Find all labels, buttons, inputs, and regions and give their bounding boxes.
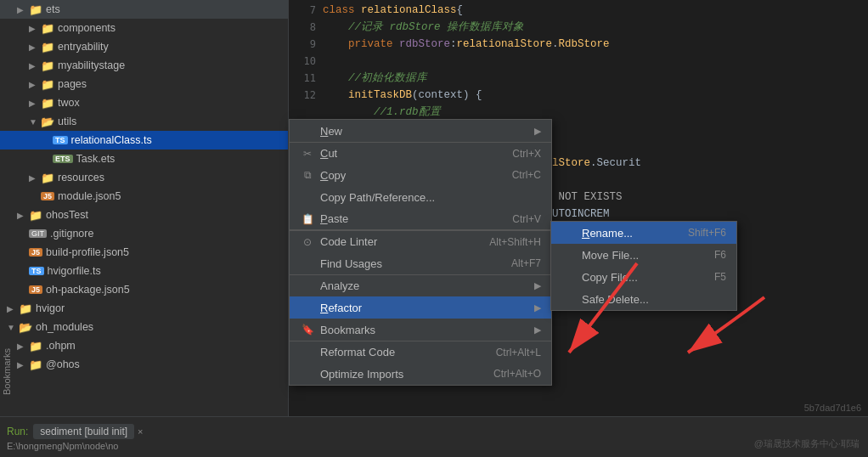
sidebar-item-label: hvigorfile.ts	[48, 265, 101, 277]
git-badge: GIT	[29, 229, 47, 238]
submenu-item-safe-delete[interactable]: Safe Delete...	[551, 288, 736, 310]
folder-icon: 📁	[41, 41, 54, 54]
menu-item-paste[interactable]: 📋 Paste Ctrl+V	[290, 208, 551, 230]
menu-item-copy-path-label: Copy Path/Reference...	[320, 191, 541, 204]
sidebar-item-oh-modules[interactable]: ▼ 📂 oh_modules	[0, 318, 288, 336]
menu-item-code-linter[interactable]: ⊙ Code Linter Alt+Shift+H	[290, 230, 551, 252]
sidebar-item-label: entryability	[58, 41, 109, 53]
sidebar-item-label: utils	[58, 116, 76, 127]
bookmarks-label: Bookmarks	[2, 348, 12, 395]
sidebar-item-hvigorfile[interactable]: TS hvigorfile.ts	[0, 262, 288, 280]
sidebar-item-build-profile[interactable]: J5 build-profile.json5	[0, 243, 288, 262]
run-close-button[interactable]: ×	[138, 426, 143, 437]
sidebar-item-relationalclass[interactable]: TS relationalClass.ts	[0, 131, 288, 150]
context-menu: New ▶ ✂ Cut Ctrl+X ⧉ Copy Ctrl+C Copy Pa…	[289, 119, 552, 386]
folder-icon: 📁	[41, 22, 54, 35]
folder-open-icon: 📂	[41, 116, 54, 128]
folder-icon: 📁	[29, 209, 42, 222]
folder-icon: 📁	[41, 59, 54, 72]
sidebar-item-oh-package[interactable]: J5 oh-package.json5	[0, 280, 288, 299]
menu-item-find-usages[interactable]: Find Usages Alt+F7	[290, 252, 551, 274]
sidebar-item-label: relationalClass.ts	[71, 134, 152, 146]
folder-open-icon: 📂	[19, 321, 32, 334]
sidebar-item-label: .ohpm	[46, 340, 76, 352]
chevron-down-icon: ▼	[29, 117, 41, 127]
chevron-right-icon: ▶	[29, 24, 41, 33]
ts-badge: TS	[29, 267, 44, 275]
sidebar-item-gitignore[interactable]: GIT .gitignore	[0, 224, 288, 243]
chevron-down-icon: ▼	[7, 323, 19, 332]
sidebar-item-label: ets	[46, 3, 60, 15]
sidebar-item-label: twox	[58, 97, 80, 109]
code-line	[323, 53, 868, 70]
code-linter-icon: ⊙	[300, 236, 315, 248]
sidebar-item-resources[interactable]: ▶ 📁 resources	[0, 168, 288, 187]
folder-icon: 📁	[29, 340, 42, 353]
sidebar-item-label: oh-package.json5	[46, 284, 130, 296]
copy-icon: ⧉	[300, 169, 315, 181]
sidebar-item-ohos[interactable]: ▶ 📁 @ohos	[0, 355, 288, 374]
submenu-arrow-icon: ▶	[534, 280, 541, 291]
sidebar-item-label: components	[58, 22, 116, 34]
submenu-item-safe-delete-label: Safe Delete...	[582, 293, 718, 306]
chevron-right-icon: ▶	[29, 99, 41, 108]
json-badge: J5	[29, 248, 42, 257]
submenu-item-copy-file[interactable]: Copy File... F5	[551, 266, 736, 288]
menu-item-find-usages-shortcut: Alt+F7	[511, 257, 541, 269]
bottom-bar: Run: sediment [build init] × E:\hongmeng…	[0, 416, 868, 457]
chevron-right-icon: ▶	[17, 341, 29, 351]
menu-item-cut[interactable]: ✂ Cut Ctrl+X	[290, 142, 551, 164]
submenu-item-rename[interactable]: Rename... Shift+F6	[551, 222, 736, 244]
sidebar-item-ohpm[interactable]: ▶ 📁 .ohpm	[0, 336, 288, 355]
sidebar-item-pages[interactable]: ▶ 📁 pages	[0, 75, 288, 93]
sidebar-item-entryability[interactable]: ▶ 📁 entryability	[0, 37, 288, 56]
code-line: initTaskDB(context) {	[323, 87, 868, 104]
run-label: Run:	[7, 426, 28, 437]
sidebar-item-hvigor[interactable]: ▶ 📁 hvigor	[0, 299, 288, 318]
chevron-right-icon: ▶	[17, 360, 29, 370]
ets-badge: ETS	[53, 155, 73, 163]
sidebar-item-label: Task.ets	[76, 153, 116, 165]
sidebar-item-twox[interactable]: ▶ 📁 twox	[0, 93, 288, 112]
chevron-right-icon: ▶	[17, 211, 29, 220]
menu-item-new[interactable]: New ▶	[290, 120, 551, 142]
submenu-item-rename-shortcut: Shift+F6	[688, 227, 726, 239]
submenu-item-copy-file-shortcut: F5	[714, 271, 726, 283]
bookmarks-side-label: Bookmarks	[0, 338, 14, 406]
sidebar-item-label: pages	[58, 78, 87, 90]
folder-icon: 📁	[41, 172, 54, 184]
sidebar-item-label: .gitignore	[50, 228, 93, 240]
menu-item-copy[interactable]: ⧉ Copy Ctrl+C	[290, 164, 551, 186]
sidebar-item-ohostest[interactable]: ▶ 📁 ohosTest	[0, 206, 288, 224]
code-line: //记录 rdbStore 操作数据库对象	[323, 19, 868, 36]
code-line: class relationalClass{	[323, 2, 868, 19]
menu-item-code-linter-label: Code Linter	[320, 235, 481, 248]
menu-item-cut-shortcut: Ctrl+X	[512, 148, 541, 160]
menu-item-copy-path[interactable]: Copy Path/Reference...	[290, 186, 551, 208]
bookmarks-icon: 🔖	[300, 324, 315, 336]
run-path: E:\hongmengNpm\node\no	[7, 441, 861, 451]
menu-item-reformat[interactable]: Reformat Code Ctrl+Alt+L	[290, 341, 551, 363]
menu-item-refactor[interactable]: Refactor ▶	[290, 296, 551, 319]
submenu-item-move-file[interactable]: Move File... F6	[551, 244, 736, 266]
sidebar-item-task[interactable]: ETS Task.ets	[0, 150, 288, 168]
menu-item-bookmarks[interactable]: 🔖 Bookmarks ▶	[290, 319, 551, 341]
chevron-right-icon: ▶	[29, 42, 41, 52]
json-badge: J5	[29, 285, 42, 294]
menu-item-optimize-imports[interactable]: Optimize Imports Ctrl+Alt+O	[290, 363, 551, 385]
menu-item-analyze[interactable]: Analyze ▶	[290, 274, 551, 296]
menu-item-reformat-label: Reformat Code	[320, 346, 488, 358]
sidebar-item-utils[interactable]: ▼ 📂 utils	[0, 112, 288, 131]
copyright-text: @瑞晟技术服务中心·耶瑞	[754, 437, 860, 450]
menu-item-optimize-imports-shortcut: Ctrl+Alt+O	[493, 368, 541, 380]
sidebar-item-module-json5[interactable]: J5 module.json5	[0, 187, 288, 206]
folder-icon: 📁	[29, 358, 42, 371]
sidebar-item-components[interactable]: ▶ 📁 components	[0, 19, 288, 37]
menu-item-find-usages-label: Find Usages	[320, 257, 503, 270]
sidebar-item-label: @ohos	[46, 358, 80, 370]
folder-icon: 📁	[19, 302, 32, 315]
sidebar-item-ets[interactable]: ▶ 📁 ets	[0, 0, 288, 19]
cut-icon: ✂	[300, 148, 315, 160]
submenu-arrow-icon: ▶	[534, 126, 541, 137]
sidebar-item-myabilitystage[interactable]: ▶ 📁 myabilitystage	[0, 56, 288, 75]
